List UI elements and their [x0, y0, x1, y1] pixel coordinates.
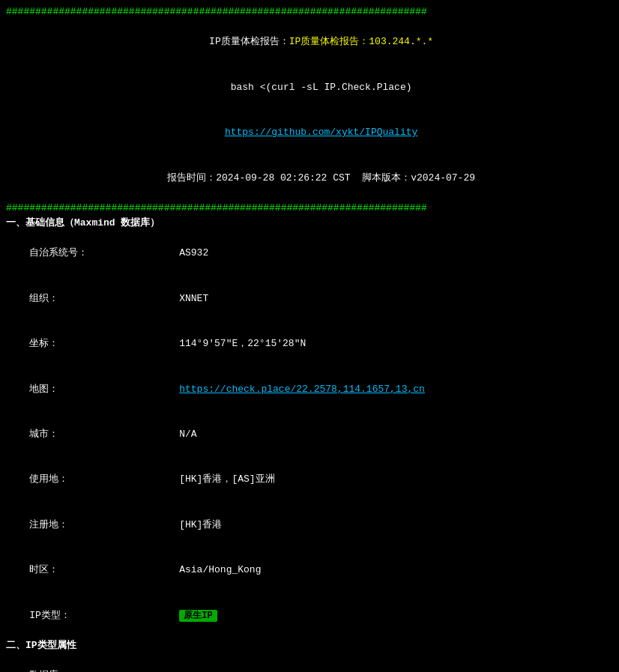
org-row: 组织：XNNET — [6, 276, 613, 321]
db-label: 数据库： — [29, 668, 97, 672]
city-row: 城市：N/A — [6, 412, 613, 457]
map-label: 地图： — [29, 382, 179, 397]
bash-cmd: bash <(curl -sL IP.Check.Place) — [6, 65, 613, 110]
title-label: IP质量体检报告： — [209, 36, 289, 47]
asn-label: 自治系统号： — [29, 246, 179, 261]
section1-title: 一、基础信息（Maxmind 数据库） — [6, 216, 613, 231]
asn-value: AS932 — [179, 247, 208, 258]
hash-line-2: ########################################… — [6, 201, 613, 216]
usage-row: 使用地：[HK]香港，[AS]亚洲 — [6, 457, 613, 502]
org-value: XNNET — [179, 293, 208, 304]
tz-value: Asia/Hong_Kong — [179, 564, 261, 575]
reg-value: [HK]香港 — [179, 519, 222, 530]
github-link-line: https://github.com/xykt/IPQuality — [6, 110, 613, 155]
coord-label: 坐标： — [29, 336, 179, 351]
iptype-row: IP类型：原生IP — [6, 593, 613, 638]
report-time-line: 报告时间：2024-09-28 02:26:22 CST 脚本版本：v2024-… — [6, 155, 613, 200]
reg-row: 注册地：[HK]香港 — [6, 503, 613, 548]
org-label: 组织： — [29, 291, 179, 306]
asn-row: 自治系统号：AS932 — [6, 231, 613, 276]
iptype-label: IP类型： — [29, 608, 179, 623]
tz-label: 时区： — [29, 563, 179, 578]
db-header-row: 数据库： IPinfo ipregistry ipapi AbuseIPDB I… — [6, 653, 613, 672]
hash-line-top: ########################################… — [6, 4, 613, 19]
usage-value: [HK]香港，[AS]亚洲 — [179, 473, 274, 485]
report-title: IP质量体检报告：IP质量体检报告：103.244.*.* — [6, 19, 613, 64]
github-link[interactable]: https://github.com/xykt/IPQuality — [225, 127, 417, 138]
reg-label: 注册地： — [29, 518, 179, 533]
coord-row: 坐标：114°9′57″E，22°15′28″N — [6, 321, 613, 366]
section2-title: 二、IP类型属性 — [6, 638, 613, 653]
map-row: 地图：https://check.place/22.2578,114.1657,… — [6, 366, 613, 411]
coord-value: 114°9′57″E，22°15′28″N — [179, 338, 306, 349]
city-label: 城市： — [29, 427, 179, 442]
iptype-badge: 原生IP — [179, 610, 217, 622]
city-value: N/A — [179, 429, 196, 440]
terminal-output: ########################################… — [6, 4, 613, 672]
map-link[interactable]: https://check.place/22.2578,114.1657,13,… — [179, 384, 425, 395]
usage-label: 使用地： — [29, 472, 179, 487]
tz-row: 时区：Asia/Hong_Kong — [6, 548, 613, 593]
